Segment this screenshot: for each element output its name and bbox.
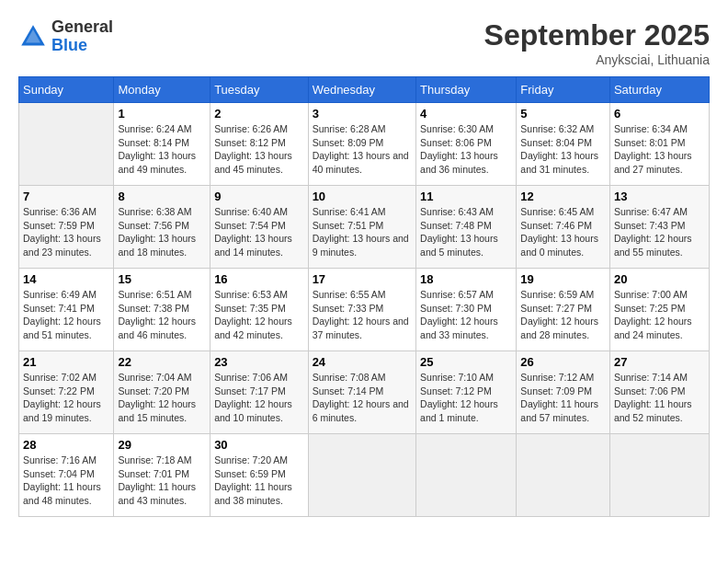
- day-number: 22: [118, 355, 206, 369]
- day-number: 5: [520, 107, 606, 121]
- header-friday: Friday: [517, 77, 610, 103]
- calendar-cell: 30Sunrise: 7:20 AMSunset: 6:59 PMDayligh…: [210, 434, 309, 517]
- day-info: Sunrise: 6:26 AMSunset: 8:12 PMDaylight:…: [214, 122, 304, 177]
- day-info: Sunrise: 7:14 AMSunset: 7:06 PMDaylight:…: [614, 371, 705, 425]
- week-row-3: 14Sunrise: 6:49 AMSunset: 7:41 PMDayligh…: [19, 269, 710, 351]
- calendar-cell: [416, 434, 517, 517]
- calendar-cell: 16Sunrise: 6:53 AMSunset: 7:35 PMDayligh…: [210, 269, 309, 351]
- day-info: Sunrise: 7:00 AMSunset: 7:25 PMDaylight:…: [614, 288, 705, 342]
- day-number: 15: [118, 272, 206, 286]
- day-info: Sunrise: 6:49 AMSunset: 7:41 PMDaylight:…: [23, 288, 109, 342]
- calendar-cell: 11Sunrise: 6:43 AMSunset: 7:48 PMDayligh…: [416, 186, 517, 269]
- day-info: Sunrise: 6:59 AMSunset: 7:27 PMDaylight:…: [520, 288, 606, 342]
- week-row-1: 1Sunrise: 6:24 AMSunset: 8:14 PMDaylight…: [19, 103, 710, 186]
- day-info: Sunrise: 6:34 AMSunset: 8:01 PMDaylight:…: [614, 122, 705, 177]
- day-number: 12: [520, 190, 606, 203]
- day-info: Sunrise: 7:12 AMSunset: 7:09 PMDaylight:…: [520, 371, 606, 425]
- header-saturday: Saturday: [609, 77, 709, 103]
- day-info: Sunrise: 6:28 AMSunset: 8:09 PMDaylight:…: [313, 122, 412, 177]
- day-number: 23: [214, 355, 304, 369]
- title-block: September 2025 Anyksciai, Lithuania: [484, 18, 710, 67]
- calendar-cell: [308, 434, 415, 517]
- calendar-cell: 7Sunrise: 6:36 AMSunset: 7:59 PMDaylight…: [19, 186, 114, 269]
- calendar-cell: 2Sunrise: 6:26 AMSunset: 8:12 PMDaylight…: [210, 103, 309, 186]
- calendar-cell: [609, 434, 709, 517]
- header-thursday: Thursday: [416, 77, 517, 103]
- day-info: Sunrise: 6:57 AMSunset: 7:30 PMDaylight:…: [420, 288, 512, 342]
- day-info: Sunrise: 6:45 AMSunset: 7:46 PMDaylight:…: [520, 205, 606, 259]
- calendar-cell: 18Sunrise: 6:57 AMSunset: 7:30 PMDayligh…: [416, 269, 517, 351]
- day-number: 29: [118, 438, 206, 452]
- day-info: Sunrise: 7:10 AMSunset: 7:12 PMDaylight:…: [420, 371, 512, 425]
- page-header: General Blue September 2025 Anyksciai, L…: [18, 18, 710, 67]
- month-title: September 2025: [484, 18, 710, 52]
- day-info: Sunrise: 6:41 AMSunset: 7:51 PMDaylight:…: [313, 205, 412, 259]
- day-info: Sunrise: 6:43 AMSunset: 7:48 PMDaylight:…: [420, 205, 512, 259]
- day-info: Sunrise: 7:18 AMSunset: 7:01 PMDaylight:…: [118, 454, 206, 508]
- calendar-cell: 1Sunrise: 6:24 AMSunset: 8:14 PMDaylight…: [114, 103, 210, 186]
- day-number: 19: [520, 272, 606, 286]
- calendar-cell: 5Sunrise: 6:32 AMSunset: 8:04 PMDaylight…: [517, 103, 610, 186]
- calendar-cell: 19Sunrise: 6:59 AMSunset: 7:27 PMDayligh…: [517, 269, 610, 351]
- day-number: 8: [118, 190, 206, 203]
- day-info: Sunrise: 7:02 AMSunset: 7:22 PMDaylight:…: [23, 371, 109, 425]
- logo-blue: Blue: [51, 36, 87, 54]
- calendar-cell: 12Sunrise: 6:45 AMSunset: 7:46 PMDayligh…: [517, 186, 610, 269]
- calendar-cell: 25Sunrise: 7:10 AMSunset: 7:12 PMDayligh…: [416, 351, 517, 434]
- calendar-cell: 28Sunrise: 7:16 AMSunset: 7:04 PMDayligh…: [19, 434, 114, 517]
- day-info: Sunrise: 6:24 AMSunset: 8:14 PMDaylight:…: [118, 122, 206, 177]
- logo-icon: [18, 22, 48, 52]
- logo-general: General: [51, 17, 113, 36]
- calendar-cell: 24Sunrise: 7:08 AMSunset: 7:14 PMDayligh…: [308, 351, 415, 434]
- day-info: Sunrise: 6:30 AMSunset: 8:06 PMDaylight:…: [420, 122, 512, 177]
- day-number: 7: [23, 190, 109, 203]
- day-number: 1: [118, 107, 206, 121]
- calendar-cell: 6Sunrise: 6:34 AMSunset: 8:01 PMDaylight…: [609, 103, 709, 186]
- calendar-header-row: SundayMondayTuesdayWednesdayThursdayFrid…: [19, 77, 710, 103]
- day-number: 13: [614, 190, 705, 203]
- calendar-cell: 22Sunrise: 7:04 AMSunset: 7:20 PMDayligh…: [114, 351, 210, 434]
- week-row-5: 28Sunrise: 7:16 AMSunset: 7:04 PMDayligh…: [19, 434, 710, 517]
- calendar-cell: 20Sunrise: 7:00 AMSunset: 7:25 PMDayligh…: [609, 269, 709, 351]
- day-info: Sunrise: 7:20 AMSunset: 6:59 PMDaylight:…: [214, 454, 304, 508]
- day-number: 18: [420, 272, 512, 286]
- calendar-cell: 26Sunrise: 7:12 AMSunset: 7:09 PMDayligh…: [517, 351, 610, 434]
- calendar-cell: [517, 434, 610, 517]
- day-info: Sunrise: 6:36 AMSunset: 7:59 PMDaylight:…: [23, 205, 109, 259]
- day-info: Sunrise: 6:32 AMSunset: 8:04 PMDaylight:…: [520, 122, 606, 177]
- day-number: 3: [313, 107, 412, 121]
- calendar-cell: 9Sunrise: 6:40 AMSunset: 7:54 PMDaylight…: [210, 186, 309, 269]
- calendar-cell: 17Sunrise: 6:55 AMSunset: 7:33 PMDayligh…: [308, 269, 415, 351]
- day-number: 21: [23, 355, 109, 369]
- day-number: 28: [23, 438, 109, 452]
- day-info: Sunrise: 6:40 AMSunset: 7:54 PMDaylight:…: [214, 205, 304, 259]
- header-tuesday: Tuesday: [210, 77, 309, 103]
- calendar-cell: 8Sunrise: 6:38 AMSunset: 7:56 PMDaylight…: [114, 186, 210, 269]
- calendar-cell: [19, 103, 114, 186]
- header-wednesday: Wednesday: [308, 77, 415, 103]
- calendar-cell: 3Sunrise: 6:28 AMSunset: 8:09 PMDaylight…: [308, 103, 415, 186]
- day-number: 14: [23, 272, 109, 286]
- header-monday: Monday: [114, 77, 210, 103]
- day-number: 10: [313, 190, 412, 203]
- week-row-4: 21Sunrise: 7:02 AMSunset: 7:22 PMDayligh…: [19, 351, 710, 434]
- day-info: Sunrise: 6:55 AMSunset: 7:33 PMDaylight:…: [313, 288, 412, 342]
- day-number: 26: [520, 355, 606, 369]
- day-info: Sunrise: 6:38 AMSunset: 7:56 PMDaylight:…: [118, 205, 206, 259]
- location: Anyksciai, Lithuania: [484, 52, 710, 67]
- day-info: Sunrise: 6:47 AMSunset: 7:43 PMDaylight:…: [614, 205, 705, 259]
- calendar-table: SundayMondayTuesdayWednesdayThursdayFrid…: [18, 76, 710, 517]
- calendar-cell: 14Sunrise: 6:49 AMSunset: 7:41 PMDayligh…: [19, 269, 114, 351]
- day-number: 25: [420, 355, 512, 369]
- day-number: 4: [420, 107, 512, 121]
- day-info: Sunrise: 7:08 AMSunset: 7:14 PMDaylight:…: [313, 371, 412, 425]
- calendar-cell: 10Sunrise: 6:41 AMSunset: 7:51 PMDayligh…: [308, 186, 415, 269]
- day-number: 11: [420, 190, 512, 203]
- calendar-cell: 15Sunrise: 6:51 AMSunset: 7:38 PMDayligh…: [114, 269, 210, 351]
- calendar-cell: 13Sunrise: 6:47 AMSunset: 7:43 PMDayligh…: [609, 186, 709, 269]
- day-info: Sunrise: 7:06 AMSunset: 7:17 PMDaylight:…: [214, 371, 304, 425]
- calendar-cell: 23Sunrise: 7:06 AMSunset: 7:17 PMDayligh…: [210, 351, 309, 434]
- calendar-cell: 27Sunrise: 7:14 AMSunset: 7:06 PMDayligh…: [609, 351, 709, 434]
- week-row-2: 7Sunrise: 6:36 AMSunset: 7:59 PMDaylight…: [19, 186, 710, 269]
- calendar-cell: 4Sunrise: 6:30 AMSunset: 8:06 PMDaylight…: [416, 103, 517, 186]
